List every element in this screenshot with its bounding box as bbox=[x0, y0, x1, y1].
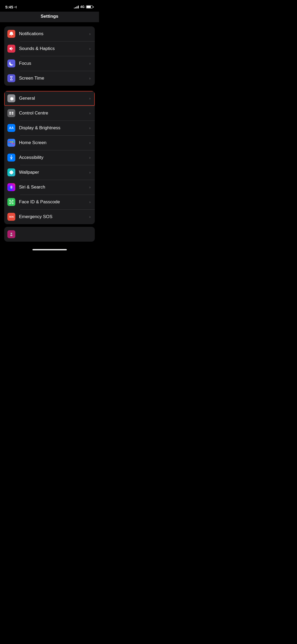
gear-svg bbox=[9, 96, 14, 101]
svg-rect-0 bbox=[9, 112, 11, 113]
status-time: 5:45 ◁ bbox=[5, 5, 16, 9]
toggle-svg bbox=[9, 111, 14, 116]
settings-item-accessibility[interactable]: Accessibility › bbox=[4, 150, 95, 165]
siri-svg bbox=[9, 185, 14, 190]
siri-search-label: Siri & Search bbox=[19, 185, 87, 190]
svg-rect-17 bbox=[12, 200, 13, 201]
wallpaper-icon bbox=[7, 168, 15, 176]
svg-rect-2 bbox=[9, 113, 11, 114]
nav-header: Settings bbox=[0, 12, 99, 22]
svg-rect-3 bbox=[12, 113, 13, 114]
location-icon: ◁ bbox=[14, 5, 16, 9]
settings-item-partial[interactable] bbox=[4, 227, 95, 242]
status-bar: 5:45 ◁ 4G bbox=[0, 0, 99, 12]
settings-item-notifications[interactable]: Notifications › bbox=[4, 26, 95, 41]
battery-body bbox=[86, 5, 93, 8]
settings-content: Notifications › Sounds & Haptics › Focus… bbox=[0, 22, 99, 242]
home-indicator[interactable] bbox=[0, 247, 99, 255]
settings-item-focus[interactable]: Focus › bbox=[4, 56, 95, 71]
face-id-icon bbox=[7, 198, 15, 206]
control-centre-label: Control Centre bbox=[19, 111, 87, 116]
notifications-chevron: › bbox=[89, 32, 91, 36]
settings-group-1: Notifications › Sounds & Haptics › Focus… bbox=[4, 26, 95, 86]
settings-item-control-centre[interactable]: Control Centre › bbox=[4, 106, 95, 121]
page-title: Settings bbox=[41, 14, 58, 19]
focus-icon bbox=[7, 59, 15, 67]
signal-bar-1 bbox=[74, 8, 75, 8]
emergency-sos-chevron: › bbox=[89, 215, 91, 219]
sounds-haptics-label: Sounds & Haptics bbox=[19, 46, 87, 51]
general-label: General bbox=[19, 96, 87, 101]
battery bbox=[86, 5, 94, 8]
emergency-sos-icon: SOS bbox=[7, 213, 15, 221]
signal-bar-3 bbox=[77, 6, 77, 8]
svg-point-4 bbox=[11, 155, 12, 157]
svg-point-21 bbox=[12, 201, 12, 202]
accessibility-svg bbox=[9, 155, 14, 160]
signal-bar-2 bbox=[75, 7, 76, 8]
face-id-chevron: › bbox=[89, 200, 91, 204]
flower-svg bbox=[9, 170, 14, 175]
settings-group-3 bbox=[4, 227, 95, 242]
svg-rect-24 bbox=[10, 235, 12, 236]
svg-rect-16 bbox=[10, 200, 11, 201]
screen-time-chevron: › bbox=[89, 76, 91, 80]
display-brightness-icon: AA bbox=[7, 124, 15, 132]
svg-rect-19 bbox=[12, 203, 13, 204]
settings-item-siri-search[interactable]: Siri & Search › bbox=[4, 180, 95, 195]
settings-item-emergency-sos[interactable]: SOS Emergency SOS › bbox=[4, 209, 95, 224]
hourglass-svg bbox=[9, 76, 14, 81]
partial-icon bbox=[7, 230, 15, 238]
settings-item-wallpaper[interactable]: Wallpaper › bbox=[4, 165, 95, 180]
svg-point-23 bbox=[11, 233, 12, 234]
general-chevron: › bbox=[89, 96, 91, 100]
control-centre-icon bbox=[7, 109, 15, 117]
partial-svg bbox=[9, 232, 14, 237]
screen-time-icon bbox=[7, 74, 15, 82]
moon-svg bbox=[9, 61, 14, 66]
home-screen-chevron: › bbox=[89, 141, 91, 145]
display-brightness-label: Display & Brightness bbox=[19, 125, 87, 131]
aa-text: AA bbox=[9, 126, 13, 130]
face-id-label: Face ID & Passcode bbox=[19, 199, 87, 205]
settings-item-general[interactable]: General › bbox=[4, 91, 95, 106]
settings-item-display-brightness[interactable]: AA Display & Brightness › bbox=[4, 121, 95, 135]
wallpaper-label: Wallpaper bbox=[19, 170, 87, 175]
focus-label: Focus bbox=[19, 61, 87, 66]
notifications-icon bbox=[7, 30, 15, 38]
svg-point-15 bbox=[11, 186, 12, 188]
settings-item-home-screen[interactable]: Home Screen › bbox=[4, 135, 95, 150]
accessibility-label: Accessibility bbox=[19, 155, 87, 160]
signal-bars bbox=[74, 5, 79, 8]
home-screen-icon bbox=[7, 139, 15, 147]
accessibility-chevron: › bbox=[89, 155, 91, 160]
siri-search-chevron: › bbox=[89, 185, 91, 189]
sounds-haptics-icon bbox=[7, 45, 15, 53]
svg-rect-1 bbox=[12, 112, 13, 113]
status-right: 4G bbox=[74, 5, 94, 9]
settings-group-2: General › Control Centre › AA Display & … bbox=[4, 91, 95, 224]
wallpaper-chevron: › bbox=[89, 170, 91, 174]
bell-svg bbox=[9, 31, 14, 36]
grid-dots bbox=[8, 141, 14, 144]
network-type: 4G bbox=[80, 5, 84, 9]
home-screen-label: Home Screen bbox=[19, 140, 87, 145]
settings-item-face-id[interactable]: Face ID & Passcode › bbox=[4, 195, 95, 209]
focus-chevron: › bbox=[89, 61, 91, 66]
general-icon bbox=[7, 94, 15, 102]
svg-point-20 bbox=[11, 201, 11, 202]
notifications-label: Notifications bbox=[19, 31, 87, 36]
signal-bar-4 bbox=[78, 6, 79, 8]
display-brightness-chevron: › bbox=[89, 126, 91, 130]
siri-icon bbox=[7, 183, 15, 191]
sos-text: SOS bbox=[9, 215, 14, 218]
settings-item-sounds-haptics[interactable]: Sounds & Haptics › bbox=[4, 41, 95, 56]
emergency-sos-label: Emergency SOS bbox=[19, 214, 87, 219]
sounds-haptics-chevron: › bbox=[89, 47, 91, 51]
battery-fill bbox=[87, 6, 91, 8]
home-bar bbox=[32, 249, 67, 250]
face-id-svg bbox=[9, 199, 14, 205]
accessibility-icon bbox=[7, 154, 15, 162]
screen-time-label: Screen Time bbox=[19, 76, 87, 81]
settings-item-screen-time[interactable]: Screen Time › bbox=[4, 71, 95, 86]
